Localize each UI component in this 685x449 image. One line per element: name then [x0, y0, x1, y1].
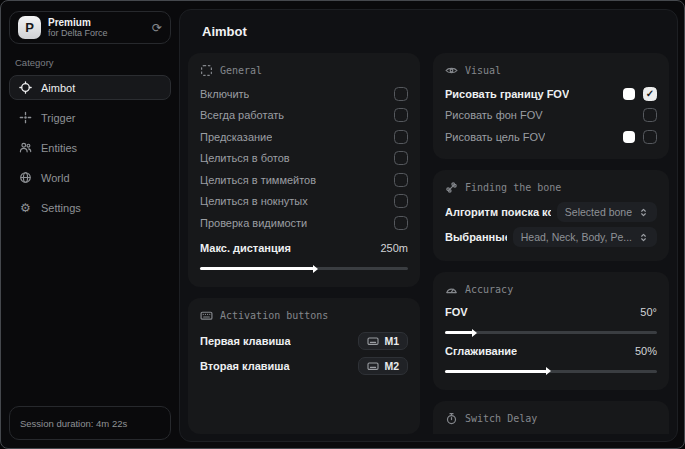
brand-title: Premium	[48, 17, 108, 29]
enable-checkbox[interactable]	[394, 87, 408, 101]
refresh-icon[interactable]: ⟳	[152, 22, 162, 34]
sidebar-brand-card: P Premium for Delta Force ⟳	[9, 11, 171, 44]
max-distance-block: Макс. дистанция 250m	[200, 238, 408, 271]
sidebar-item-trigger[interactable]: Trigger	[9, 105, 171, 130]
sidebar-item-label: Trigger	[41, 112, 75, 124]
sidebar-item-settings[interactable]: ⚙ Settings	[9, 195, 171, 220]
setting-row-target-bots: Целиться в ботов	[200, 148, 408, 170]
draw-fov-fill-checkbox[interactable]	[643, 108, 657, 122]
crosshair-icon	[19, 81, 32, 94]
setting-label: Целиться в ботов	[200, 152, 290, 164]
always-work-checkbox[interactable]	[394, 108, 408, 122]
fov-label: FOV	[445, 306, 468, 318]
users-icon	[19, 141, 32, 154]
visibility-check-checkbox[interactable]	[394, 216, 408, 230]
sidebar-item-label: Entities	[41, 142, 77, 154]
activation-card-title: Activation buttons	[220, 310, 328, 321]
setting-row-prediction: Предсказание	[200, 126, 408, 148]
second-key-bind-button[interactable]: M2	[358, 357, 408, 375]
setting-row-target-knocked: Целиться в нокнутых	[200, 191, 408, 213]
selected-bones-select[interactable]: Head, Neck, Body, Pe...	[513, 227, 657, 247]
bone-algorithm-label: Алгоритм поиска костей	[445, 206, 551, 218]
smoothing-label: Сглаживание	[445, 345, 517, 357]
brand-text: Premium for Delta Force	[48, 17, 108, 39]
first-key-label: Первая клавиша	[200, 335, 291, 347]
sidebar-item-label: Settings	[41, 202, 81, 214]
bone-algorithm-select[interactable]: Selected bone	[557, 202, 657, 222]
draw-fov-border-controls	[623, 87, 657, 101]
setting-row-target-teammates: Целиться в тиммейтов	[200, 169, 408, 191]
fov-border-color-swatch[interactable]	[623, 88, 635, 100]
sidebar-item-aimbot[interactable]: Aimbot	[9, 75, 171, 100]
draw-fov-fill-row: Рисовать фон FOV	[445, 105, 657, 127]
draw-fov-target-controls	[623, 130, 657, 144]
max-distance-slider[interactable]	[200, 267, 408, 270]
eye-icon	[445, 64, 458, 77]
draw-fov-border-label: Рисовать границу FOV	[445, 88, 569, 100]
first-key-value: M1	[384, 335, 399, 347]
visual-card-title: Visual	[465, 65, 501, 76]
fov-target-color-swatch[interactable]	[623, 131, 635, 143]
bone-card-header: Finding the bone	[445, 181, 657, 194]
setting-label: Проверка видимости	[200, 217, 307, 229]
second-key-label: Вторая клавиша	[200, 360, 290, 372]
premium-logo: P	[18, 16, 41, 39]
general-card: General Включить Всегда работать Предска…	[188, 53, 420, 287]
fov-row: FOV 50°	[445, 302, 657, 324]
visual-card: Visual Рисовать границу FOV Рисовать фон…	[433, 53, 669, 159]
bone-icon	[445, 181, 458, 194]
smoothing-slider[interactable]	[445, 370, 657, 373]
max-distance-label: Макс. дистанция	[200, 242, 291, 254]
second-key-value: M2	[384, 360, 399, 372]
left-column: General Включить Всегда работать Предска…	[188, 53, 420, 434]
stopwatch-icon	[445, 412, 458, 425]
target-knocked-checkbox[interactable]	[394, 194, 408, 208]
general-card-header: General	[200, 64, 408, 77]
sidebar-nav: Aimbot Trigger Entities	[9, 75, 171, 220]
setting-label: Предсказание	[200, 131, 272, 143]
switch-delay-card: Switch Delay Задержка переключения Задер…	[433, 401, 669, 435]
draw-fov-target-checkbox[interactable]	[643, 130, 657, 144]
target-teammates-checkbox[interactable]	[394, 173, 408, 187]
dashed-square-icon	[200, 64, 213, 77]
second-key-row: Вторая клавиша M2	[200, 353, 408, 378]
switch-delay-card-title: Switch Delay	[465, 413, 537, 424]
activation-card: Activation buttons Первая клавиша M1	[188, 298, 420, 434]
sidebar-item-entities[interactable]: Entities	[9, 135, 171, 160]
gauge-icon	[445, 283, 458, 296]
draw-fov-border-row: Рисовать границу FOV	[445, 83, 657, 105]
keyboard-icon	[200, 309, 213, 322]
accuracy-card-title: Accuracy	[465, 284, 513, 295]
globe-icon	[19, 171, 32, 184]
draw-fov-fill-controls	[643, 108, 657, 122]
prediction-checkbox[interactable]	[394, 130, 408, 144]
max-distance-row: Макс. дистанция 250m	[200, 238, 408, 260]
accuracy-card: Accuracy FOV 50° Сглаживание	[433, 272, 669, 390]
switch-delay-enable-row: Задержка переключения	[445, 431, 657, 435]
selected-bones-row: Выбранные кости Head, Neck, Body, Pe...	[445, 225, 657, 250]
general-card-title: General	[220, 65, 262, 76]
fov-slider[interactable]	[445, 331, 657, 334]
app-window: P Premium for Delta Force ⟳ Category Aim…	[0, 0, 685, 449]
main-panel: Aimbot General Включить	[179, 9, 678, 442]
first-key-bind-button[interactable]: M1	[358, 332, 408, 350]
first-key-row: Первая клавиша M1	[200, 328, 408, 353]
target-bots-checkbox[interactable]	[394, 151, 408, 165]
page-title: Aimbot	[202, 24, 669, 39]
trigger-icon	[19, 111, 32, 124]
draw-fov-border-checkbox[interactable]	[643, 87, 657, 101]
fov-value: 50°	[640, 306, 657, 318]
bone-algorithm-value: Selected bone	[565, 206, 632, 218]
bone-card-title: Finding the bone	[465, 182, 561, 193]
slider-fill	[445, 370, 547, 373]
content-columns: General Включить Всегда работать Предска…	[188, 53, 669, 434]
chevrons-up-down-icon	[638, 232, 649, 243]
keyboard-icon	[367, 360, 379, 372]
session-duration: Session duration: 4m 22s	[9, 406, 171, 440]
bone-card: Finding the bone Алгоритм поиска костей …	[433, 170, 669, 261]
switch-delay-card-header: Switch Delay	[445, 412, 657, 425]
setting-row-enable: Включить	[200, 83, 408, 105]
setting-label: Целиться в нокнутых	[200, 195, 308, 207]
accuracy-card-header: Accuracy	[445, 283, 657, 296]
sidebar-item-world[interactable]: World	[9, 165, 171, 190]
